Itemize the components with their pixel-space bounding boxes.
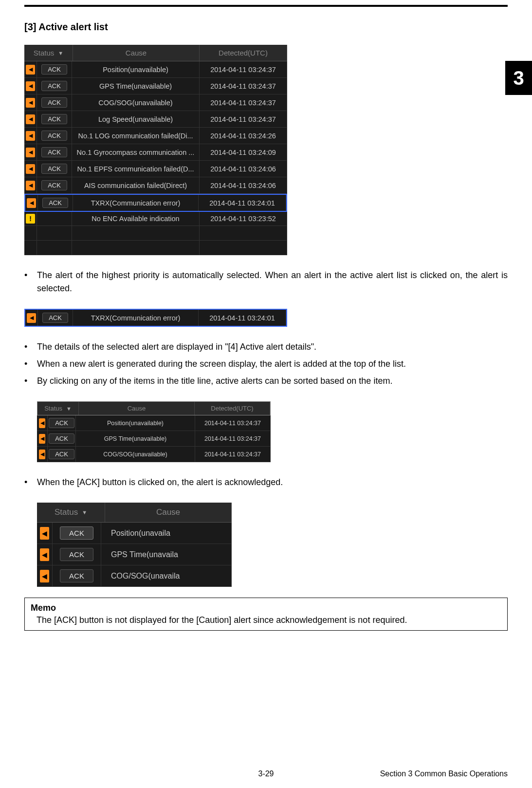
page-footer: 3-29 Section 3 Common Basic Operations xyxy=(0,769,532,778)
ack-button[interactable]: ACK xyxy=(49,433,74,444)
chapter-tab: 3 xyxy=(505,61,532,95)
alert-row[interactable]: ACKNo.1 Gyrocompass communication ...201… xyxy=(24,144,287,161)
alert-row[interactable]: ACKPosition(unavailable)2014-04-11 03:24… xyxy=(37,415,271,431)
column-header-detected[interactable]: Detected(UTC) xyxy=(200,45,287,61)
table-header-row: Status ▼ Cause xyxy=(37,503,232,523)
column-header-status[interactable]: Status ▼ xyxy=(37,503,105,522)
alert-icon-cell xyxy=(25,195,38,211)
cause-cell: No.1 Gyrocompass communication ... xyxy=(72,144,200,160)
alert-row[interactable]: ACKGPS Time(unavailable)2014-04-11 03:24… xyxy=(24,78,287,94)
alert-row[interactable]: ACKNo.1 LOG communication failed(Di...20… xyxy=(24,128,287,144)
page-top-rule xyxy=(24,5,508,7)
detected-cell: 2014-04-11 03:24:06 xyxy=(200,177,287,193)
column-header-status[interactable]: Status ▼ xyxy=(37,402,79,415)
ack-button[interactable]: ACK xyxy=(41,97,67,108)
ack-cell: ACK xyxy=(37,111,72,127)
alert-row[interactable]: ACKPosition(unavailable)2014-04-11 03:24… xyxy=(24,61,287,78)
alert-row[interactable]: ACKAIS communication failed(Direct)2014-… xyxy=(24,177,287,194)
ack-button[interactable]: ACK xyxy=(42,198,68,208)
warning-icon xyxy=(40,527,49,540)
alert-row[interactable]: No ENC Available indication2014-04-11 03… xyxy=(24,212,287,226)
cause-cell: GPS Time(unavailable) xyxy=(72,78,200,94)
detected-cell: 2014-04-11 03:24:37 xyxy=(200,61,287,77)
alert-row[interactable]: ACKCOG/SOG(unavaila xyxy=(37,565,232,587)
ack-cell: ACK xyxy=(53,523,101,544)
ack-cell: ACK xyxy=(37,78,72,94)
alert-row[interactable]: ACKGPS Time(unavaila xyxy=(37,544,232,565)
ack-cell: ACK xyxy=(48,447,76,462)
column-header-cause[interactable]: Cause xyxy=(73,45,200,61)
ack-cell: ACK xyxy=(48,415,76,431)
warning-icon xyxy=(26,98,35,108)
ack-button[interactable]: ACK xyxy=(60,548,93,561)
alert-row[interactable]: ACKLog Speed(unavailable)2014-04-11 03:2… xyxy=(24,111,287,128)
alert-row[interactable]: ACKCOG/SOG(unavailable)2014-04-11 03:24:… xyxy=(37,447,271,462)
ack-button[interactable]: ACK xyxy=(60,569,93,582)
detected-cell: 2014-04-11 03:24:37 xyxy=(195,415,271,431)
column-header-detected[interactable]: Detected(UTC) xyxy=(195,402,270,415)
alert-icon-cell xyxy=(37,565,53,586)
empty-row xyxy=(24,241,287,255)
sort-example-table: Status ▼ Cause Detected(UTC) ACKPosition… xyxy=(37,401,271,462)
empty-row xyxy=(24,226,287,241)
section-heading: [3] Active alert list xyxy=(24,21,508,33)
ack-button[interactable]: ACK xyxy=(41,180,67,190)
active-alert-table: Status ▼ Cause Detected(UTC) ACKPosition… xyxy=(24,45,287,255)
cause-cell: COG/SOG(unavaila xyxy=(101,565,232,586)
ack-button[interactable]: ACK xyxy=(49,418,74,428)
ack-button[interactable]: ACK xyxy=(42,313,68,323)
sort-indicator-icon: ▼ xyxy=(82,509,87,515)
column-header-status[interactable]: Status ▼ xyxy=(24,45,73,61)
alert-row[interactable]: ACKPosition(unavaila xyxy=(37,523,232,544)
ack-button[interactable]: ACK xyxy=(41,147,67,157)
ack-cell: ACK xyxy=(37,144,72,160)
ack-button[interactable]: ACK xyxy=(41,64,67,75)
alert-row[interactable]: ACKTXRX(Communication error)2014-04-11 0… xyxy=(24,194,287,212)
column-header-cause[interactable]: Cause xyxy=(105,503,232,522)
alert-row-selected[interactable]: ACK TXRX(Communication error) 2014-04-11… xyxy=(24,309,287,327)
cause-cell: TXRX(Communication error) xyxy=(73,195,199,211)
alert-row[interactable]: ACKNo.1 EPFS communication failed(D...20… xyxy=(24,161,287,177)
ack-button[interactable]: ACK xyxy=(41,164,67,174)
detected-cell: 2014-04-11 03:23:52 xyxy=(200,212,287,225)
cause-cell: COG/SOG(unavailable) xyxy=(76,447,195,462)
alert-icon-cell xyxy=(24,111,37,127)
bullet-item: •The alert of the highest priority is au… xyxy=(24,269,508,295)
warning-icon xyxy=(39,434,45,444)
warning-icon xyxy=(27,198,36,208)
alert-icon-cell xyxy=(24,212,37,225)
warning-icon xyxy=(40,570,49,582)
alert-row[interactable]: ACKCOG/SOG(unavailable)2014-04-11 03:24:… xyxy=(24,94,287,111)
detected-cell: 2014-04-11 03:24:37 xyxy=(200,111,287,127)
ack-button[interactable]: ACK xyxy=(60,526,93,540)
ack-button[interactable]: ACK xyxy=(41,131,67,141)
warning-icon xyxy=(39,450,45,459)
warning-icon xyxy=(26,148,35,157)
detected-cell: 2014-04-11 03:24:37 xyxy=(200,78,287,94)
cause-cell: Log Speed(unavailable) xyxy=(72,111,200,127)
warning-icon xyxy=(26,164,35,174)
detected-cell: 2014-04-11 03:24:06 xyxy=(200,161,287,177)
alert-icon-cell xyxy=(24,144,37,160)
alert-row[interactable]: ACKGPS Time(unavailable)2014-04-11 03:24… xyxy=(37,431,271,447)
ack-cell: ACK xyxy=(37,177,72,193)
cause-cell: AIS communication failed(Direct) xyxy=(72,177,200,193)
detected-cell: 2014-04-11 03:24:01 xyxy=(199,310,286,326)
warning-icon xyxy=(26,114,35,124)
ack-example-table: Status ▼ Cause ACKPosition(unavailaACKGP… xyxy=(37,503,232,587)
ack-cell: ACK xyxy=(37,61,72,77)
detected-cell: 2014-04-11 03:24:37 xyxy=(200,94,287,111)
ack-button[interactable]: ACK xyxy=(41,114,67,124)
alert-icon-cell xyxy=(24,78,37,94)
column-header-status-label: Status xyxy=(55,507,78,517)
ack-button[interactable]: ACK xyxy=(49,449,74,459)
column-header-cause[interactable]: Cause xyxy=(79,402,195,415)
ack-cell: ACK xyxy=(53,544,101,565)
ack-button[interactable]: ACK xyxy=(41,81,67,91)
ack-cell: ACK xyxy=(38,195,73,211)
alert-icon-cell xyxy=(37,415,48,431)
detected-cell: 2014-04-11 03:24:01 xyxy=(199,195,286,211)
warning-icon xyxy=(26,81,35,91)
warning-icon xyxy=(26,131,35,141)
sort-indicator-icon: ▼ xyxy=(58,50,63,56)
